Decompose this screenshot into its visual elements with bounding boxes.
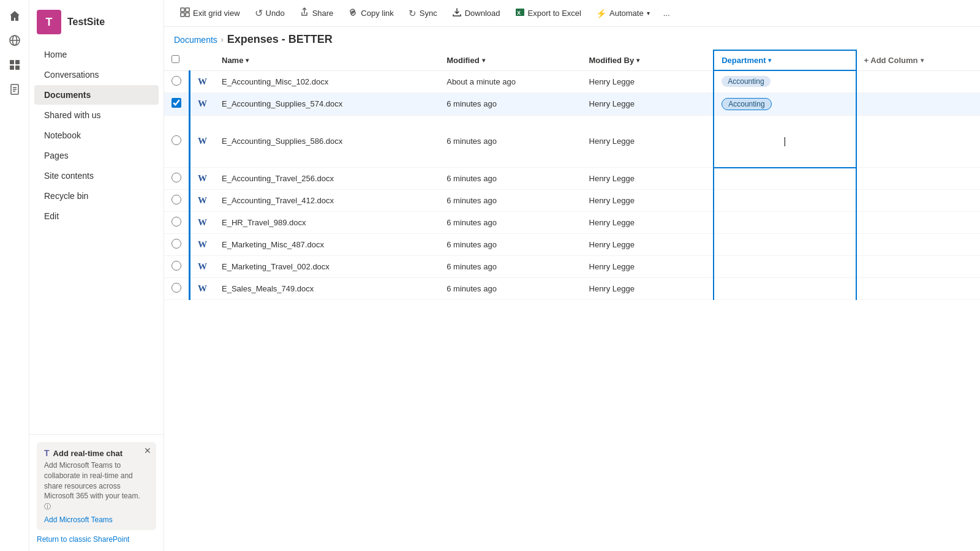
chat-promo-close[interactable]: ✕	[144, 446, 151, 455]
file-name-cell[interactable]: E_HR_Travel_989.docx	[214, 212, 439, 234]
modified-by: Henry Legge	[589, 218, 635, 227]
row-check-cell	[164, 212, 190, 234]
return-classic-link[interactable]: Return to classic SharePoint	[37, 535, 156, 544]
file-name-cell[interactable]: E_Marketing_Misc_487.docx	[214, 234, 439, 256]
file-icon-cell: W	[190, 92, 215, 115]
row-radio[interactable]	[172, 135, 181, 145]
svg-rect-3	[10, 60, 14, 64]
select-all-checkbox[interactable]	[172, 55, 179, 63]
th-department[interactable]: Department ▾	[714, 50, 856, 70]
file-name: E_Accounting_Supplies_574.docx	[222, 99, 342, 108]
word-file-icon: W	[198, 239, 207, 249]
modified-by-cell: Henry Legge	[582, 212, 714, 234]
exit-grid-view-button[interactable]: Exit grid view	[174, 4, 246, 23]
info-icon: ⓘ	[44, 503, 51, 510]
breadcrumb: Documents › Expenses - BETTER	[164, 27, 980, 50]
share-button[interactable]: Share	[293, 4, 340, 23]
row-radio[interactable]	[172, 239, 181, 249]
file-name-cell[interactable]: E_Accounting_Travel_256.docx	[214, 168, 439, 190]
dept-cell[interactable]	[714, 212, 856, 234]
sidebar-item-home[interactable]: Home	[34, 45, 159, 64]
modified-by-cell: Henry Legge	[582, 256, 714, 278]
copy-link-button[interactable]: Copy link	[342, 4, 399, 23]
sidebar-item-conversations[interactable]: Conversations	[34, 65, 159, 84]
dept-cell[interactable]	[714, 115, 856, 168]
dept-cell[interactable]: Accounting	[714, 70, 856, 92]
row-radio[interactable]	[172, 195, 181, 204]
nav-apps-icon[interactable]	[4, 54, 26, 76]
sidebar-item-site-contents[interactable]: Site contents	[34, 166, 159, 186]
table-row: W E_Accounting_Travel_256.docx 6 minutes…	[164, 168, 980, 190]
share-label: Share	[312, 9, 334, 18]
automate-button[interactable]: ⚡ Automate ▾	[590, 5, 656, 22]
file-name-cell[interactable]: E_Marketing_Travel_002.docx	[214, 256, 439, 278]
dept-cell[interactable]	[714, 190, 856, 212]
svg-rect-14	[186, 13, 189, 17]
sidebar-item-recycle-bin[interactable]: Recycle bin	[34, 186, 159, 206]
table-row: W E_Accounting_Supplies_574.docx 6 minut…	[164, 92, 980, 115]
th-modified[interactable]: Modified ▾	[439, 50, 581, 70]
file-name-cell[interactable]: E_Accounting_Supplies_586.docx	[214, 115, 439, 168]
dept-cell[interactable]	[714, 256, 856, 278]
more-icon: ...	[663, 9, 670, 18]
th-modified-by[interactable]: Modified By ▾	[582, 50, 714, 70]
row-check-cell	[164, 92, 190, 115]
file-name: E_Sales_Meals_749.docx	[222, 284, 314, 293]
sidebar-item-documents[interactable]: Documents	[34, 85, 159, 105]
dept-cell[interactable]	[714, 168, 856, 190]
row-checkbox[interactable]	[172, 98, 181, 108]
row-radio[interactable]	[172, 217, 181, 227]
dept-cell[interactable]	[714, 234, 856, 256]
nav-home-icon[interactable]	[4, 5, 26, 27]
undo-button[interactable]: ↺ Undo	[249, 4, 291, 23]
row-radio[interactable]	[172, 261, 181, 271]
add-teams-link[interactable]: Add Microsoft Teams	[44, 515, 149, 524]
breadcrumb-parent[interactable]: Documents	[174, 35, 217, 45]
file-name-cell[interactable]: E_Accounting_Supplies_574.docx	[214, 92, 439, 115]
dept-cell[interactable]	[714, 278, 856, 300]
sync-button[interactable]: ↻ Sync	[402, 4, 443, 23]
svg-rect-4	[15, 60, 20, 64]
file-icon-cell: W	[190, 234, 215, 256]
modified-date: 6 minutes ago	[447, 196, 497, 205]
table-row: W E_Accounting_Supplies_586.docx 6 minut…	[164, 115, 980, 168]
sidebar-item-pages[interactable]: Pages	[34, 146, 159, 165]
svg-rect-6	[15, 66, 20, 70]
download-button[interactable]: Download	[446, 4, 507, 23]
file-name-cell[interactable]: E_Accounting_Travel_412.docx	[214, 190, 439, 212]
dept-edit-cell[interactable]	[722, 121, 848, 162]
sidebar-item-notebook[interactable]: Notebook	[34, 126, 159, 145]
dept-cell[interactable]: Accounting	[714, 92, 856, 115]
export-excel-button[interactable]: X Export to Excel	[509, 4, 587, 23]
file-icon-cell: W	[190, 212, 215, 234]
th-add-column[interactable]: + Add Column ▾	[856, 50, 980, 70]
modified-by: Henry Legge	[589, 99, 635, 108]
modby-sort-icon: ▾	[636, 57, 639, 64]
nav-globe-icon[interactable]	[4, 29, 26, 51]
modified-by: Henry Legge	[589, 196, 635, 205]
word-file-icon: W	[198, 217, 207, 227]
word-file-icon: W	[198, 136, 207, 146]
file-name: E_Accounting_Supplies_586.docx	[222, 137, 342, 146]
sidebar-item-edit[interactable]: Edit	[34, 206, 159, 226]
row-radio[interactable]	[172, 173, 181, 182]
teams-icon: T	[44, 448, 50, 458]
file-name-cell[interactable]: E_Accounting_Misc_102.docx	[214, 70, 439, 92]
modified-by-cell: Henry Legge	[582, 190, 714, 212]
row-radio[interactable]	[172, 76, 181, 86]
toolbar: Exit grid view ↺ Undo Share Copy link ↻ …	[164, 0, 980, 27]
file-name-cell[interactable]: E_Sales_Meals_749.docx	[214, 278, 439, 300]
addcol-cell	[856, 168, 980, 190]
export-excel-label: Export to Excel	[528, 9, 581, 18]
th-name[interactable]: Name ▾	[214, 50, 439, 70]
more-button[interactable]: ...	[658, 5, 675, 21]
modified-by-cell: Henry Legge	[582, 278, 714, 300]
sidebar-item-shared[interactable]: Shared with us	[34, 105, 159, 125]
svg-rect-13	[181, 13, 184, 17]
copy-link-label: Copy link	[361, 9, 393, 18]
nav-pages-icon[interactable]	[4, 78, 26, 100]
row-radio[interactable]	[172, 283, 181, 293]
modified-date: 6 minutes ago	[447, 284, 497, 293]
modified-date: 6 minutes ago	[447, 240, 497, 249]
th-select-all[interactable]	[164, 50, 190, 70]
